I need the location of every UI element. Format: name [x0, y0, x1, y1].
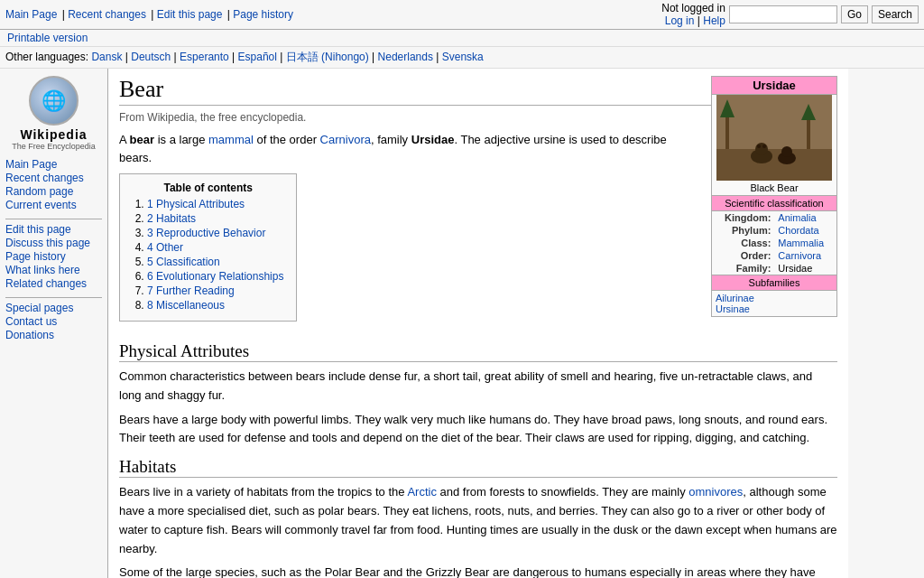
toc-item-8: 8 Miscellaneous — [147, 299, 283, 312]
subfam-ailurinae[interactable]: Ailurinae — [716, 293, 754, 303]
taxobox-caption: Black Bear — [712, 181, 836, 196]
toc-link-6[interactable]: 6 Evolutionary Relationships — [147, 270, 283, 283]
recent-changes-link[interactable]: Recent changes — [68, 8, 146, 21]
taxobox-subfamilies-title: Subfamilies — [712, 275, 836, 291]
top-bar: Main Page | Recent changes | Edit this p… — [0, 0, 924, 30]
toc-title: Table of contents — [133, 182, 283, 194]
sidebar-item-recent-changes[interactable]: Recent changes — [5, 172, 102, 184]
sidebar-item-contact-us[interactable]: Contact us — [5, 315, 102, 328]
taxo-family-row: Family: Ursidae — [712, 262, 836, 275]
help-link[interactable]: Help — [703, 14, 725, 27]
go-button[interactable]: Go — [841, 5, 868, 23]
sidebar-item-what-links[interactable]: What links here — [5, 264, 102, 276]
not-logged-in-text: Not logged in — [661, 2, 725, 14]
lang-espanol[interactable]: Español — [238, 51, 277, 63]
toc-item-3: 3 Reproductive Behavior — [147, 227, 283, 239]
ursidae-bold: Ursidae — [411, 133, 455, 146]
search-input[interactable] — [729, 5, 837, 23]
sidebar-item-related-changes[interactable]: Related changes — [5, 277, 102, 290]
sidebar-divider-1 — [5, 219, 102, 219]
svg-rect-2 — [725, 113, 729, 149]
section-physical-p2: Bears have a large body with powerful li… — [119, 411, 837, 449]
printable-version-bar: Printable version — [0, 30, 924, 47]
login-area: Not logged in Log in | Help — [661, 2, 725, 27]
logo-area: 🌐 Wikipedia The Free Encyclopedia — [5, 76, 102, 151]
toc-link-2[interactable]: 2 Habitats — [147, 212, 196, 225]
carnivora-link[interactable]: Carnivora — [320, 133, 371, 146]
sidebar-divider-2 — [5, 297, 102, 298]
toc-item-4: 4 Other — [147, 241, 283, 254]
toc-link-8[interactable]: 8 Miscellaneous — [147, 299, 225, 312]
taxo-class-row: Class: Mammalia — [712, 237, 836, 249]
lang-deutsch[interactable]: Deutsch — [131, 51, 171, 63]
mammal-link[interactable]: mammal — [208, 133, 254, 146]
main-layout: 🌐 Wikipedia The Free Encyclopedia Main P… — [0, 69, 924, 578]
login-link[interactable]: Log in — [665, 14, 695, 27]
toc-list: 1 Physical Attributes 2 Habitats 3 Repro… — [147, 198, 283, 312]
printable-version-link[interactable]: Printable version — [7, 32, 88, 44]
sidebar-item-discuss[interactable]: Discuss this page — [5, 237, 102, 249]
svg-point-7 — [755, 143, 768, 155]
toc-item-6: 6 Evolutionary Relationships — [147, 270, 283, 283]
taxo-order-row: Order: Carnivora — [712, 249, 836, 262]
edit-page-link[interactable]: Edit this page — [157, 8, 223, 21]
taxo-kingdom-value[interactable]: Animalia — [778, 212, 816, 223]
other-languages-bar: Other languages: Dansk | Deutsch | Esper… — [0, 47, 924, 69]
taxo-family-label: Family: — [712, 262, 774, 275]
sidebar: 🌐 Wikipedia The Free Encyclopedia Main P… — [0, 69, 108, 578]
taxo-family-value: Ursidae — [774, 262, 836, 275]
logo-subtitle: The Free Encyclopedia — [5, 142, 102, 151]
search-button[interactable]: Search — [872, 5, 919, 23]
taxo-order-label: Order: — [712, 249, 774, 262]
lang-japanese[interactable]: 日本語 (Nihongo) — [286, 51, 369, 63]
taxobox-classification-table: Kingdom: Animalia Phylum: Chordata Class… — [712, 211, 836, 275]
sidebar-item-current-events[interactable]: Current events — [5, 199, 102, 211]
svg-point-11 — [781, 146, 792, 157]
toc-item-7: 7 Further Reading — [147, 284, 283, 297]
svg-rect-4 — [807, 117, 810, 149]
svg-point-8 — [757, 144, 761, 148]
toc-link-1[interactable]: 1 Physical Attributes — [147, 198, 245, 210]
toc-link-3[interactable]: 3 Reproductive Behavior — [147, 227, 265, 239]
page-history-link[interactable]: Page history — [233, 8, 293, 21]
toc-link-4[interactable]: 4 Other — [147, 241, 183, 254]
logo-title: Wikipedia — [5, 127, 102, 142]
section-heading-physical: Physical Attributes — [119, 341, 837, 362]
table-of-contents: Table of contents 1 Physical Attributes … — [119, 173, 297, 322]
taxobox-image — [716, 95, 832, 181]
lang-esperanto[interactable]: Esperanto — [180, 51, 229, 63]
sidebar-misc-section: Special pages Contact us Donations — [5, 302, 102, 341]
toc-item-2: 2 Habitats — [147, 212, 283, 225]
taxo-phylum-row: Phylum: Chordata — [712, 224, 836, 237]
arctic-link[interactable]: Arctic — [407, 485, 437, 499]
sidebar-item-random-page[interactable]: Random page — [5, 185, 102, 198]
bear-bold: bear — [130, 133, 154, 146]
lang-svenska[interactable]: Svenska — [442, 51, 484, 63]
sidebar-item-donations[interactable]: Donations — [5, 329, 102, 341]
toc-link-5[interactable]: 5 Classification — [147, 256, 220, 268]
lang-dansk[interactable]: Dansk — [91, 51, 122, 63]
taxobox-title: Ursidae — [712, 77, 836, 95]
omnivores-link[interactable]: omnivores — [688, 485, 743, 499]
taxo-class-value[interactable]: Mammalia — [778, 238, 824, 248]
lang-nederlands[interactable]: Nederlands — [378, 51, 433, 63]
taxobox-sci-class-title: Scientific classification — [712, 196, 836, 211]
section-habitats-p1: Bears live in a variety of habitats from… — [119, 483, 837, 558]
taxo-order-value[interactable]: Carnivora — [778, 250, 821, 261]
main-page-link[interactable]: Main Page — [5, 8, 57, 21]
taxo-kingdom-row: Kingdom: Animalia — [712, 211, 836, 224]
taxo-phylum-value[interactable]: Chordata — [778, 225, 818, 236]
sidebar-navigation-section: Main Page Recent changes Random page Cur… — [5, 158, 102, 211]
top-bar-right: Not logged in Log in | Help Go Search — [661, 2, 919, 27]
toc-link-7[interactable]: 7 Further Reading — [147, 284, 235, 297]
sidebar-item-special-pages[interactable]: Special pages — [5, 302, 102, 314]
sidebar-item-edit-page[interactable]: Edit this page — [5, 223, 102, 236]
sidebar-item-page-history[interactable]: Page history — [5, 250, 102, 263]
taxo-class-label: Class: — [712, 237, 774, 249]
subfam-ursinae[interactable]: Ursinae — [716, 303, 750, 314]
svg-rect-1 — [716, 149, 832, 181]
taxobox: Ursidae — [711, 76, 837, 317]
taxo-phylum-label: Phylum: — [712, 224, 774, 237]
sidebar-item-main-page[interactable]: Main Page — [5, 158, 102, 171]
article-content: Ursidae — [108, 69, 848, 578]
